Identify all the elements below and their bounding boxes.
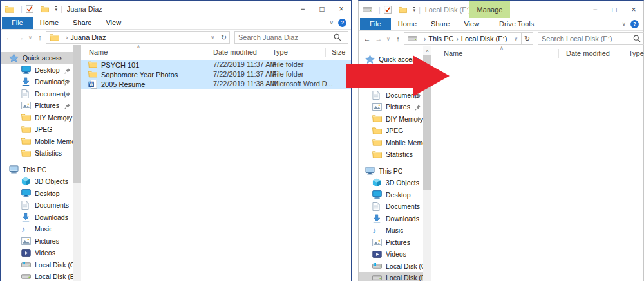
sidebar-item-pictures[interactable]: Pictures — [359, 101, 423, 113]
sidebar-item-pictures[interactable]: Pictures — [1, 100, 73, 112]
up-icon[interactable]: ↑ — [392, 35, 404, 42]
sidebar-item-music[interactable]: ♪Music — [359, 224, 423, 237]
breadcrumb[interactable]: Local Disk (E:) — [461, 35, 507, 42]
tab-file[interactable]: File — [360, 18, 391, 30]
scrollbar-up-icon[interactable]: ∧ — [423, 46, 431, 55]
refresh-icon[interactable]: ↻ — [218, 31, 230, 44]
monitor-icon — [21, 188, 32, 198]
ribbon-collapse-icon[interactable]: ∨ — [621, 21, 626, 27]
column-header-name[interactable]: Name — [89, 48, 108, 56]
titlebar[interactable]: | ▾ | Juana Diaz − □ × — [1, 1, 351, 17]
sidebar-item-diy-memory-lab[interactable]: DIY Memory Lab — [359, 113, 423, 125]
tab-home[interactable]: Home — [33, 17, 66, 29]
sidebar-item-downloads[interactable]: Downloads — [1, 76, 73, 88]
sidebar-item-downloads[interactable]: Downloads — [1, 212, 73, 224]
sidebar-item-documents[interactable]: Documents — [359, 201, 423, 213]
file-row[interactable]: Sophomore Year Photos7/22/2019 11:37 AMF… — [81, 69, 351, 79]
sidebar-item-local-disk-c-[interactable]: Local Disk (C:) — [1, 259, 73, 271]
properties-checkbox-icon[interactable] — [384, 5, 392, 15]
sidebar-item-statistics[interactable]: Statistics — [359, 149, 423, 161]
tab-share[interactable]: Share — [66, 17, 99, 29]
tab-view[interactable]: View — [99, 17, 128, 29]
sidebar-item-3d-objects[interactable]: 3D Objects — [1, 176, 73, 188]
close-button[interactable]: × — [624, 1, 643, 18]
titlebar[interactable]: | ▾ | Local Disk (E:) Manage − □ × — [359, 1, 643, 18]
minimize-button[interactable]: − — [585, 1, 605, 18]
sidebar-item-quick-access[interactable]: Quick access — [1, 52, 73, 64]
column-header-date-modified[interactable]: Date modified — [566, 50, 610, 57]
sidebar-item-local-disk-e-[interactable]: Local Disk (E:) — [359, 272, 423, 281]
sidebar-item-mobile-memory[interactable]: Mobile Memory — [1, 136, 73, 148]
search-icon[interactable] — [334, 33, 341, 42]
tab-home[interactable]: Home — [391, 18, 424, 30]
forward-icon[interactable]: → — [15, 33, 26, 41]
breadcrumb[interactable]: Juana Diaz — [70, 33, 106, 41]
minimize-button[interactable]: − — [293, 1, 312, 17]
scrollbar-thumb[interactable] — [73, 45, 81, 183]
sidebar-item-desktop[interactable]: Desktop — [1, 188, 73, 200]
help-icon[interactable]: ? — [630, 20, 639, 28]
nav-scrollbar[interactable] — [73, 45, 81, 281]
up-icon[interactable]: ↑ — [34, 33, 46, 41]
column-header-size[interactable]: Size — [332, 48, 345, 56]
file-row[interactable]: W2005 Resume7/22/2019 11:38 AMMicrosoft … — [81, 79, 351, 89]
sidebar-item-music[interactable]: ♪Music — [1, 223, 73, 235]
new-folder-icon[interactable] — [399, 5, 407, 15]
sidebar-item-diy-memory-lab[interactable]: DIY Memory Lab — [1, 112, 73, 124]
sidebar-item-jpeg[interactable]: JPEG — [359, 125, 423, 137]
close-button[interactable]: × — [332, 1, 351, 17]
recent-locations-icon[interactable]: ∨ — [26, 35, 34, 41]
search-icon[interactable] — [633, 34, 641, 44]
help-icon[interactable]: ? — [338, 19, 346, 27]
sidebar-item-videos[interactable]: Videos — [359, 248, 423, 260]
sidebar-item-jpeg[interactable]: JPEG — [1, 123, 73, 136]
sidebar-item-3d-objects[interactable]: 3D Objects — [359, 177, 423, 189]
address-dropdown-icon[interactable]: ∨ — [211, 35, 214, 41]
sidebar-item-label: Statistics — [386, 150, 413, 158]
tab-share[interactable]: Share — [424, 18, 457, 30]
forward-icon[interactable]: → — [373, 35, 384, 42]
properties-checkbox-icon[interactable] — [26, 5, 34, 14]
maximize-button[interactable]: □ — [312, 1, 332, 17]
sidebar-item-pictures[interactable]: Pictures — [359, 237, 423, 249]
search-input[interactable] — [238, 33, 334, 41]
back-icon[interactable]: ← — [361, 35, 373, 42]
quick-access-toolbar-dropdown-icon[interactable]: ▾ — [55, 6, 58, 12]
drive-icon — [21, 272, 32, 281]
column-header-type[interactable]: Type — [272, 48, 288, 56]
sidebar-item-mobile-memory[interactable]: Mobile Memory — [359, 137, 423, 149]
sidebar-item-documents[interactable]: Documents — [1, 88, 73, 100]
new-folder-icon[interactable] — [41, 5, 49, 14]
file-row[interactable]: PSYCH 1017/22/2019 11:37 AMFile folder — [81, 60, 351, 69]
sidebar-item-desktop[interactable]: Desktop — [359, 189, 423, 201]
sidebar-item-pictures[interactable]: Pictures — [1, 235, 73, 248]
manage-contextual-tab[interactable]: Manage — [469, 1, 510, 18]
ribbon-collapse-icon[interactable]: ∨ — [329, 19, 334, 26]
tab-file[interactable]: File — [2, 17, 33, 29]
sidebar-item-desktop[interactable]: Desktop — [1, 64, 73, 77]
sidebar-item-local-disk-c-[interactable]: Local Disk (C:) — [359, 260, 423, 273]
quick-access-toolbar-dropdown-icon[interactable]: ▾ — [413, 7, 416, 12]
column-header-date-modified[interactable]: Date modified — [213, 48, 257, 56]
sidebar-item-documents[interactable]: Documents — [1, 199, 73, 212]
sidebar-item-videos[interactable]: Videos — [1, 247, 73, 259]
sidebar-item-downloads[interactable]: Downloads — [359, 213, 423, 225]
breadcrumb[interactable]: This PC — [428, 35, 453, 42]
tab-view[interactable]: View — [457, 18, 486, 30]
window-title: Juana Diaz — [67, 5, 102, 13]
maximize-button[interactable]: □ — [605, 1, 624, 18]
sidebar-item-this-pc[interactable]: This PC — [1, 164, 73, 176]
column-header-type[interactable]: Type — [629, 50, 644, 57]
address-dropdown-icon[interactable]: ∨ — [514, 36, 518, 42]
sidebar-item-statistics[interactable]: Statistics — [1, 147, 73, 159]
sidebar-item-this-pc[interactable]: This PC — [359, 165, 423, 177]
tab-drive-tools[interactable]: Drive Tools — [492, 18, 541, 30]
sidebar-item-label: Pictures — [35, 102, 59, 109]
search-input[interactable] — [542, 35, 633, 42]
back-icon[interactable]: ← — [3, 33, 15, 41]
address-box[interactable]: ›Juana Diaz ∨ — [46, 31, 218, 44]
refresh-icon[interactable]: ↻ — [522, 32, 533, 45]
address-box[interactable]: ›This PC›Local Disk (E:) ∨ — [404, 32, 522, 45]
recent-locations-icon[interactable]: ∨ — [384, 36, 392, 42]
sidebar-item-local-disk-e-[interactable]: Local Disk (E:) — [1, 271, 73, 281]
